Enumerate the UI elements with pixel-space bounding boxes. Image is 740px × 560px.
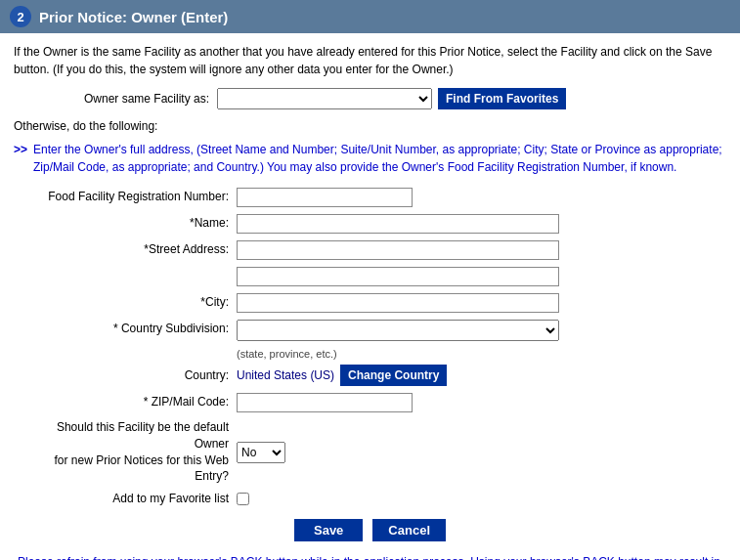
city-input[interactable] [237,293,559,313]
page-title: Prior Notice: Owner (Enter) [39,9,228,25]
arrow-marker: >> [14,141,27,176]
food-facility-row: Food Facility Registration Number: [23,188,726,207]
subdivision-hint: (state, province, etc.) [237,348,726,360]
favorite-label: Add to my Favorite list [23,492,229,505]
street-address-row-2 [23,267,726,286]
change-country-button[interactable]: Change Country [340,365,447,386]
favorite-checkbox[interactable] [237,493,249,505]
country-subdivision-row: * Country Subdivision: [23,320,726,341]
same-facility-select[interactable] [217,88,432,109]
save-button[interactable]: Save [294,519,363,541]
name-label: *Name: [23,214,229,230]
default-owner-label: Should this Facility be the default Owne… [23,419,229,485]
footer-warning: Please refrain from using your browser's… [14,553,726,560]
default-owner-row: Should this Facility be the default Owne… [23,419,726,485]
city-row: *City: [23,293,726,313]
country-subdivision-select[interactable] [237,320,559,341]
country-subdivision-label: * Country Subdivision: [23,320,229,335]
country-label: Country: [23,368,229,382]
name-input[interactable] [237,214,559,234]
country-row: Country: United States (US) Change Count… [23,365,726,386]
same-facility-row: Owner same Facility as: Find From Favori… [23,88,726,109]
name-row: *Name: [23,214,726,234]
button-row: Save Cancel [14,519,726,541]
street-address-label-2 [23,267,229,269]
zip-label: * ZIP/Mail Code: [23,393,229,409]
city-label: *City: [23,293,229,309]
food-facility-label: Food Facility Registration Number: [23,188,229,203]
zip-row: * ZIP/Mail Code: [23,393,726,412]
country-value: United States (US) [237,368,334,382]
zip-input[interactable] [237,393,413,412]
instruction-text: Enter the Owner's full address, (Street … [33,141,726,176]
instruction-block: >> Enter the Owner's full address, (Stre… [14,141,726,176]
food-facility-input[interactable] [237,188,413,207]
street-address-input-2[interactable] [237,267,559,286]
header-bar: 2 Prior Notice: Owner (Enter) [0,0,740,33]
default-owner-select[interactable]: No Yes [237,442,285,463]
intro-text: If the Owner is the same Facility as ano… [14,43,726,78]
step-number: 2 [10,6,31,27]
same-facility-label: Owner same Facility as: [23,92,209,106]
form-section: Food Facility Registration Number: *Name… [23,188,726,505]
street-address-input-1[interactable] [237,240,559,260]
cancel-button[interactable]: Cancel [372,519,446,541]
favorite-row: Add to my Favorite list [23,492,726,505]
page-wrapper: 2 Prior Notice: Owner (Enter) If the Own… [0,0,740,560]
content-area: If the Owner is the same Facility as ano… [0,33,740,560]
street-address-label: *Street Address: [23,240,229,256]
street-address-row-1: *Street Address: [23,240,726,260]
otherwise-text: Otherwise, do the following: [14,119,726,133]
find-from-favorites-button[interactable]: Find From Favorites [438,88,566,109]
